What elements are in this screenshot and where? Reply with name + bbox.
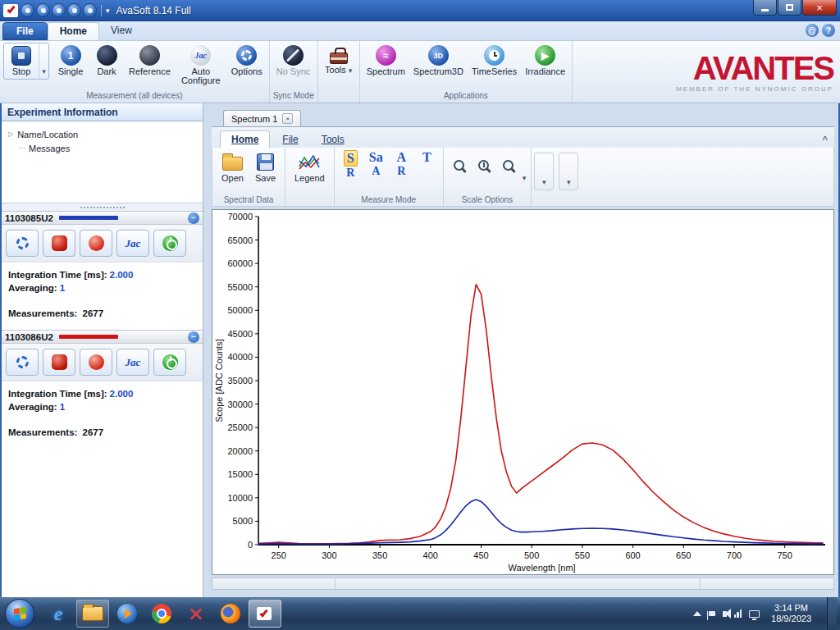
measurements-row: Measurements: 2677	[8, 308, 196, 322]
file-explorer-button[interactable]	[76, 600, 109, 628]
device-1-autoconfig-button[interactable]: Jac	[116, 230, 149, 257]
tab-home[interactable]: Home	[48, 22, 99, 40]
spectrum-chart-canvas[interactable]: 0500010000150002000025000300003500040000…	[212, 210, 833, 574]
svg-text:55000: 55000	[227, 282, 253, 292]
device-2-id: 1103086U2	[5, 332, 53, 342]
folder-icon	[82, 606, 103, 621]
volume-icon[interactable]	[723, 611, 727, 617]
close-button[interactable]: ×	[802, 0, 837, 16]
measure-mode-transmittance-button[interactable]: T	[416, 149, 438, 184]
svg-text:600: 600	[625, 550, 640, 560]
integration-time-value[interactable]: 2.000	[110, 389, 134, 399]
device-2-collapse-button[interactable]: −	[188, 331, 199, 343]
quick-access-button-5[interactable]	[83, 3, 97, 17]
spectrum3d-button[interactable]: 3D Spectrum3D	[410, 43, 467, 79]
start-button[interactable]	[5, 599, 34, 628]
avasoft-taskbar-button[interactable]	[249, 600, 281, 628]
svg-text:350: 350	[372, 550, 387, 560]
chrome-button[interactable]	[145, 600, 178, 628]
tree-item-messages[interactable]: Messages	[8, 141, 196, 155]
doc-tab-file[interactable]: File	[272, 131, 308, 148]
legend-button[interactable]: Legend	[290, 149, 329, 185]
device-1-reference-button[interactable]	[80, 230, 112, 257]
minimize-button[interactable]	[753, 0, 777, 16]
measurements-value: 2677	[83, 427, 104, 437]
single-button[interactable]: 1 Single	[53, 43, 88, 79]
quick-access-button-4[interactable]	[67, 3, 81, 17]
spectrum-button[interactable]: ≈ Spectrum	[363, 43, 409, 79]
device-1-collapse-button[interactable]: −	[188, 212, 199, 224]
tab-view[interactable]: View	[99, 22, 144, 40]
device-1-info: Integration Time [ms]:2.000 Averaging:1 …	[2, 262, 203, 330]
stop-button[interactable]: Stop	[4, 43, 39, 79]
autoscale-button[interactable]	[449, 154, 470, 176]
doc-tab-home[interactable]: Home	[220, 130, 270, 148]
network-icon[interactable]	[734, 609, 742, 618]
device-2-settings-button[interactable]	[6, 349, 39, 376]
svg-text:Scope [ADC Counts]: Scope [ADC Counts]	[214, 339, 224, 422]
dark-button[interactable]: Dark	[89, 43, 124, 79]
measure-mode-scope-button[interactable]: S R	[340, 149, 362, 184]
firefox-button[interactable]	[214, 600, 247, 628]
about-icon[interactable]: @	[806, 24, 819, 37]
device-1-settings-button[interactable]	[6, 230, 39, 257]
extra-dropdown-button-1[interactable]: ▾	[534, 153, 554, 190]
quick-access-button-3[interactable]	[52, 3, 66, 17]
tools-button[interactable]: Tools▾	[322, 43, 356, 77]
tab-close-icon[interactable]: ×	[282, 113, 293, 124]
measure-mode-absorbance-button[interactable]: Sa A	[365, 149, 387, 184]
irradiance-button[interactable]: ▶ Irradiance	[522, 43, 568, 79]
main-content: Experiment Information ▷ Name/Location M…	[0, 103, 840, 597]
hidden-icons-chevron-icon[interactable]	[693, 611, 701, 616]
taskbar-clock[interactable]: 3:14 PM 18/9/2023	[767, 603, 815, 624]
integration-time-value[interactable]: 2.000	[110, 270, 134, 280]
sidebar-splitter[interactable]	[2, 203, 203, 211]
maximize-button[interactable]	[778, 0, 801, 16]
stop-dropdown-icon[interactable]: ▾	[39, 43, 48, 79]
device-1-color-line	[59, 216, 118, 220]
show-desktop-button[interactable]	[827, 597, 837, 630]
device-2-reference-button[interactable]	[80, 349, 112, 376]
action-center-icon[interactable]	[709, 611, 715, 616]
quick-access-button-1[interactable]	[21, 3, 34, 17]
averaging-value[interactable]: 1	[60, 283, 65, 293]
scale-options-dropdown-icon[interactable]: ▾	[523, 174, 527, 182]
experiment-information-header: Experiment Information	[2, 103, 203, 121]
measure-mode-group-label: Measure Mode	[340, 194, 438, 206]
zoom-out-button[interactable]	[498, 154, 519, 176]
snipping-tool-button[interactable]	[180, 600, 212, 628]
internet-explorer-button[interactable]: e	[42, 600, 75, 628]
no-sync-button[interactable]: No Sync	[273, 43, 314, 79]
timeseries-button[interactable]: TimeSeries	[468, 43, 520, 79]
device-2-start-stop-button[interactable]	[153, 349, 186, 376]
device-1-start-stop-button[interactable]	[153, 230, 186, 257]
spectrum-chart[interactable]: 0500010000150002000025000300003500040000…	[212, 209, 834, 575]
help-icon[interactable]: ?	[822, 24, 835, 37]
quick-access-button-2[interactable]	[36, 3, 50, 17]
media-player-button[interactable]	[111, 600, 144, 628]
quick-access-dropdown-icon[interactable]: ▾	[106, 7, 110, 15]
display-icon[interactable]	[749, 610, 760, 618]
options-button[interactable]: Options	[228, 43, 266, 79]
measure-mode-reflectance-button[interactable]: A R	[390, 149, 413, 184]
tree-item-name-location[interactable]: ▷ Name/Location	[8, 127, 196, 141]
windows-flag-icon	[14, 607, 26, 620]
tools-dropdown-icon[interactable]: ▾	[349, 66, 353, 75]
stop-split-button[interactable]: Stop ▾	[3, 43, 49, 80]
averaging-value[interactable]: 1	[60, 402, 65, 412]
device-2-autoconfig-button[interactable]: Jac	[116, 349, 149, 376]
tree-expander-icon[interactable]: ▷	[8, 130, 13, 138]
timeseries-clock-icon	[484, 45, 504, 66]
device-2-dark-button[interactable]	[43, 349, 75, 376]
device-1-dark-button[interactable]	[43, 230, 75, 257]
spectrum-document-tab[interactable]: Spectrum 1 ×	[223, 110, 301, 126]
zoom-in-button[interactable]	[473, 154, 495, 176]
extra-dropdown-button-2[interactable]: ▾	[559, 153, 578, 190]
doc-tab-tools[interactable]: Tools	[311, 131, 355, 148]
open-button[interactable]: Open	[217, 149, 248, 185]
save-button[interactable]: Save	[251, 149, 280, 185]
reference-button[interactable]: Reference	[126, 43, 174, 79]
auto-configure-button[interactable]: Jac Auto Configure	[176, 43, 226, 88]
collapse-ribbon-icon[interactable]: ^	[823, 135, 828, 144]
tab-file[interactable]: File	[2, 22, 48, 40]
